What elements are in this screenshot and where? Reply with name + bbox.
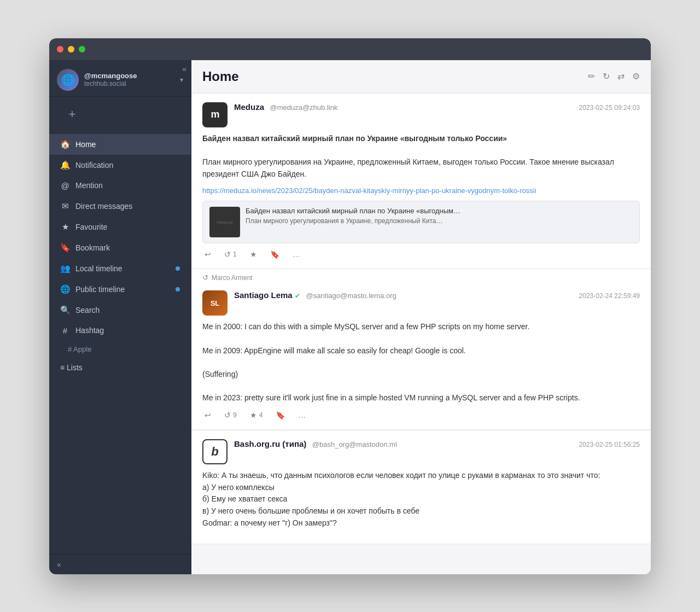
- post-1-preview-title: Байден назвал китайский мирный план по У…: [246, 207, 633, 215]
- post-1-author-line: Meduza @meduza@zhub.link 2023-02-25 09:2…: [234, 102, 640, 112]
- favourite-icon: ★: [60, 222, 70, 232]
- sidebar-item-apple[interactable]: # Apple: [49, 341, 191, 358]
- post-2-star-button[interactable]: ★ 4: [248, 410, 265, 421]
- post-2-boost-button[interactable]: ↺ 9: [222, 410, 239, 421]
- sidebar-item-public-timeline-label: Public timeline: [75, 285, 125, 294]
- post-1-preview: meduza Байден назвал китайский мирный пл…: [202, 201, 640, 243]
- post-3-meta: Bash.org.ru (типа) @bash_org@mastodon.ml…: [234, 439, 640, 449]
- page-title: Home: [202, 69, 239, 84]
- star-icon-2: ★: [250, 411, 257, 419]
- post-2: SL Santiago Lema ✔ @santiago@masto.lema.…: [191, 282, 651, 430]
- settings-icon[interactable]: ⚙: [632, 71, 640, 81]
- sidebar-item-search-label: Search: [75, 306, 100, 314]
- post-2-timestamp: 2023-02-24 22:59:49: [579, 292, 640, 300]
- avatar[interactable]: 🌐: [57, 69, 79, 91]
- post-1-author-handle: @meduza@zhub.link: [270, 103, 337, 112]
- sidebar-item-bookmark[interactable]: 🔖 Bookmark: [49, 237, 191, 258]
- titlebar: [49, 38, 651, 60]
- post-2-avatar[interactable]: SL: [202, 290, 228, 316]
- post-3-avatar[interactable]: b: [202, 439, 228, 464]
- home-icon: 🏠: [60, 139, 70, 149]
- minimize-button[interactable]: [68, 46, 74, 53]
- sidebar-item-notification-label: Notification: [75, 161, 113, 170]
- post-1-star-button[interactable]: ★: [248, 249, 259, 260]
- post-2-author-name: Santiago Lema: [234, 290, 293, 300]
- post-2-more-button[interactable]: …: [296, 410, 308, 421]
- post-2-author-handle: @santiago@masto.lema.org: [306, 292, 396, 300]
- boost-icon: ↺: [224, 250, 231, 259]
- post-1-header: m Meduza @meduza@zhub.link 2023-02-25 09…: [202, 102, 640, 127]
- post-2-reply-button[interactable]: ↩: [202, 410, 213, 421]
- direct-messages-icon: ✉: [60, 201, 70, 211]
- sidebar-item-hashtag[interactable]: # Hashtag: [49, 320, 191, 341]
- sidebar-footer: «: [49, 554, 191, 574]
- sidebar-item-public-timeline[interactable]: 🌐 Public timeline: [49, 279, 191, 300]
- reblog-notice: ↺ Marco Arment: [191, 269, 651, 282]
- sidebar-nav: 🏠 Home 🔔 Notification @ Mention ✉ Direct…: [49, 132, 191, 554]
- post-2-actions: ↩ ↺ 9 ★ 4 🔖: [202, 410, 640, 421]
- reply-icon-2: ↩: [205, 411, 211, 419]
- verify-icon: ✔: [295, 292, 300, 300]
- avatar-image: 🌐: [57, 69, 79, 91]
- post-1-boost-button[interactable]: ↺ 1: [222, 249, 239, 260]
- bookmark-icon: 🔖: [60, 243, 70, 253]
- post-1-timestamp: 2023-02-25 09:24:03: [579, 104, 640, 112]
- sidebar-item-favourite-label: Favourite: [75, 223, 107, 231]
- post-1-preview-desc: План мирного урегулирования в Украине, п…: [246, 217, 633, 225]
- more-icon: …: [293, 250, 300, 259]
- post-3-author-handle: @bash_org@mastodon.ml: [312, 440, 397, 448]
- sidebar-item-local-timeline[interactable]: 👥 Local timeline: [49, 258, 191, 279]
- post-1: m Meduza @meduza@zhub.link 2023-02-25 09…: [191, 94, 651, 270]
- post-1-body: Байден назвал китайский мирный план по У…: [202, 133, 640, 180]
- mention-icon: @: [60, 181, 70, 190]
- post-2-author-info: Santiago Lema ✔ @santiago@masto.lema.org: [234, 290, 396, 300]
- post-1-boost-count: 1: [233, 250, 237, 258]
- post-1-avatar[interactable]: m: [202, 102, 228, 127]
- refresh-icon[interactable]: ↻: [603, 71, 610, 81]
- sidebar-item-lists[interactable]: ≡ Lists: [49, 358, 191, 377]
- sidebar-item-local-timeline-label: Local timeline: [75, 264, 122, 273]
- account-info: @mcmangoose techhub.social: [84, 72, 174, 88]
- reply-icon: ↩: [205, 250, 211, 259]
- post-3-header: b Bash.org.ru (типа) @bash_org@mastodon.…: [202, 439, 640, 464]
- account-handle: @mcmangoose: [84, 72, 174, 80]
- post-2-meta: Santiago Lema ✔ @santiago@masto.lema.org…: [234, 290, 640, 300]
- post-3-author-name: Bash.org.ru (типа): [234, 439, 306, 448]
- post-1-reply-button[interactable]: ↩: [202, 249, 213, 260]
- compose-icon[interactable]: ✏: [588, 71, 595, 81]
- local-timeline-icon: 👥: [60, 264, 70, 273]
- search-icon: 🔍: [60, 305, 70, 315]
- post-3-body: Kiko: А ты знаешь, что данным психологов…: [202, 470, 640, 529]
- post-2-header: SL Santiago Lema ✔ @santiago@masto.lema.…: [202, 290, 640, 316]
- reblog-icon: ↺: [202, 273, 208, 282]
- sidebar-item-search[interactable]: 🔍 Search: [49, 300, 191, 320]
- post-2-author-line: Santiago Lema ✔ @santiago@masto.lema.org…: [234, 290, 640, 300]
- main-content: Home ✏ ↻ ⇄ ⚙ m Meduza @meduza@zhub.lin: [191, 60, 651, 574]
- collapse-sidebar-button[interactable]: «: [57, 560, 183, 569]
- sidebar-item-hashtag-label: Hashtag: [75, 326, 104, 335]
- sidebar-item-apple-label: # Apple: [68, 345, 91, 353]
- post-3-author-line: Bash.org.ru (типа) @bash_org@mastodon.ml…: [234, 439, 640, 449]
- sidebar-item-bookmark-label: Bookmark: [75, 243, 110, 252]
- post-2-bookmark-button[interactable]: 🔖: [273, 410, 287, 421]
- sidebar-item-mention-label: Mention: [75, 181, 103, 190]
- add-account-button[interactable]: +: [65, 107, 80, 122]
- close-button[interactable]: [57, 46, 63, 53]
- expand-account-icon[interactable]: ▾: [180, 76, 183, 84]
- sidebar-item-favourite[interactable]: ★ Favourite: [49, 217, 191, 237]
- sidebar-item-home[interactable]: 🏠 Home: [49, 134, 191, 155]
- post-1-more-button[interactable]: …: [290, 249, 302, 260]
- feed: m Meduza @meduza@zhub.link 2023-02-25 09…: [191, 94, 651, 574]
- post-1-bookmark-button[interactable]: 🔖: [268, 249, 282, 260]
- post-1-link[interactable]: https://meduza.io/news/2023/02/25/bayden…: [202, 186, 536, 195]
- collapse-sidebar-top-icon[interactable]: «: [182, 65, 186, 73]
- sidebar-item-notification[interactable]: 🔔 Notification: [49, 155, 191, 176]
- hashtag-icon: #: [60, 326, 70, 335]
- filter-icon[interactable]: ⇄: [617, 71, 625, 81]
- boost-icon-2: ↺: [224, 411, 231, 419]
- local-timeline-badge: [176, 266, 180, 271]
- post-1-author-name: Meduza: [234, 102, 264, 112]
- maximize-button[interactable]: [79, 46, 85, 53]
- sidebar-item-direct-messages[interactable]: ✉ Direct messages: [49, 196, 191, 217]
- sidebar-item-mention[interactable]: @ Mention: [49, 176, 191, 196]
